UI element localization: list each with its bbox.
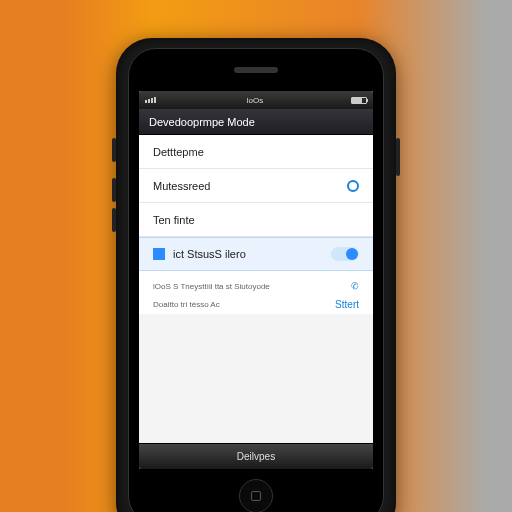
row-label: Ten finte <box>153 214 195 226</box>
row-label: Mutessreed <box>153 180 210 192</box>
status-title: loOs <box>247 96 263 105</box>
settings-row[interactable]: Detttepme <box>139 135 373 169</box>
settings-row[interactable]: Mutessreed <box>139 169 373 203</box>
start-link[interactable]: Sttert <box>335 299 359 310</box>
sub-row: Doaitto tri tésso Ac Sttert <box>153 295 359 314</box>
phone-icon: ✆ <box>351 281 359 291</box>
home-square-icon <box>251 491 261 501</box>
status-right <box>351 97 367 104</box>
nav-header: Devedooprmpe Mode <box>139 109 373 135</box>
power-button[interactable] <box>396 138 400 176</box>
phone-bezel: loOs Devedooprmpe Mode Detttepme Mutessr… <box>128 48 384 512</box>
home-button[interactable] <box>239 479 273 512</box>
sub-row-label: Doaitto tri tésso Ac <box>153 300 220 309</box>
radio-selected-icon[interactable] <box>347 180 359 192</box>
volume-up-button[interactable] <box>112 138 116 162</box>
sub-row-label: lOoS S Tneysttìii tta st Siutoyode <box>153 282 270 291</box>
status-bar: loOs <box>139 91 373 109</box>
row-label: Detttepme <box>153 146 204 158</box>
row-label: ict StsusS ilero <box>153 248 246 260</box>
sub-row: lOoS S Tneysttìii tta st Siutoyode ✆ <box>153 277 359 295</box>
sub-rows: lOoS S Tneysttìii tta st Siutoyode ✆ Doa… <box>139 271 373 314</box>
phone-chassis: loOs Devedooprmpe Mode Detttepme Mutessr… <box>116 38 396 512</box>
signal-bars-icon <box>145 97 156 103</box>
mute-switch[interactable] <box>112 208 116 232</box>
volume-down-button[interactable] <box>112 178 116 202</box>
settings-list: Detttepme Mutessreed Ten finte ict Stsus… <box>139 135 373 314</box>
checkbox-icon[interactable] <box>153 248 165 260</box>
settings-row[interactable]: Ten finte <box>139 203 373 237</box>
bottom-tab-bar[interactable]: Deilvpes <box>139 443 373 469</box>
status-left <box>145 97 159 103</box>
page-title: Devedooprmpe Mode <box>149 116 255 128</box>
battery-icon <box>351 97 367 104</box>
speaker-grille <box>234 67 278 73</box>
toggle-switch[interactable] <box>331 247 359 261</box>
row-text: ict StsusS ilero <box>173 248 246 260</box>
settings-row-active[interactable]: ict StsusS ilero <box>139 237 373 271</box>
bottom-tab-label: Deilvpes <box>237 451 275 462</box>
screen: loOs Devedooprmpe Mode Detttepme Mutessr… <box>139 91 373 469</box>
